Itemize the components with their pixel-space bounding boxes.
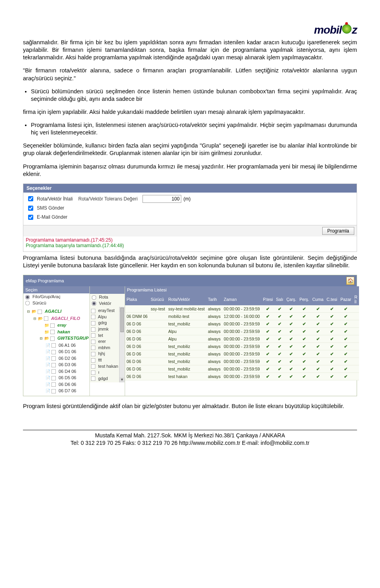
check-icon (266, 306, 270, 311)
email-checkbox[interactable] (28, 215, 33, 220)
list-item[interactable]: jmmk (90, 326, 119, 333)
scroll-thumb[interactable] (120, 308, 124, 332)
list-item[interactable]: mbhm (90, 345, 119, 351)
check-icon (278, 306, 281, 311)
tree-node[interactable]: hakan (39, 329, 89, 335)
rota-ihlali-label: Rota/Vektör İhlali (37, 196, 73, 202)
scrollbar[interactable]: ▲ ▼ (119, 307, 125, 382)
check-icon (266, 374, 270, 379)
list-item[interactable]: tet (90, 333, 119, 339)
check-icon (344, 367, 348, 371)
radio-surucu[interactable]: Sürücü (25, 301, 88, 306)
paragraph-2: Seçenekler bölümünde, kullanıcı birden f… (23, 142, 357, 157)
check-icon (302, 306, 306, 311)
emap-title: eMap Programlama (26, 278, 64, 283)
check-icon (330, 374, 334, 379)
list-item[interactable]: gdrg (90, 320, 119, 326)
check-icon (330, 321, 334, 326)
check-icon (289, 367, 293, 371)
check-icon (289, 337, 293, 341)
table-row[interactable]: 06 DNM 06mobiliz-testalways12:00:00 - 16… (125, 313, 359, 320)
list-item[interactable]: gdgd (90, 376, 119, 382)
table-row[interactable]: 06 D 06test_mobilizalways00:00:00 - 23:5… (125, 365, 359, 373)
check-icon (316, 344, 320, 349)
sms-label: SMS Gönder (37, 205, 64, 211)
check-icon (278, 367, 281, 371)
tree-node[interactable]: eray (39, 322, 89, 329)
radio-filo[interactable]: Filo/Grup/Araç (25, 294, 88, 300)
table-row[interactable]: 06 D 06test_mobilizalways00:00:00 - 23:5… (125, 350, 359, 358)
list-item[interactable]: ı (90, 369, 119, 376)
logo-area: mobil z (23, 24, 357, 36)
tree-node[interactable]: ⊟ AGACLI (27, 308, 89, 315)
bullet-1-cont: firma için işlem yapılabilir. Aksi halde… (23, 108, 357, 116)
column-header: Plaka (125, 293, 149, 305)
check-icon (302, 374, 306, 379)
home-icon[interactable]: 🏠 (346, 277, 354, 285)
check-icon (302, 314, 306, 319)
check-icon (316, 352, 320, 356)
tree-file[interactable]: 06 D1 06 (46, 348, 89, 355)
check-icon (316, 337, 320, 341)
table-row[interactable]: 06 D 06test hakanalways00:00:00 - 23:59:… (125, 373, 359, 380)
list-item[interactable]: hjhj (90, 351, 119, 357)
table-row[interactable]: 06 D 06Alpualways00:00:00 - 23:59:59 (125, 335, 359, 343)
list-item[interactable]: test hakan (90, 363, 119, 370)
check-icon (330, 306, 334, 311)
check-icon (289, 306, 293, 311)
check-icon (330, 344, 334, 349)
tolerans-label: Rota/Vektör Tolerans Değeri (78, 196, 138, 202)
column-header: Rota/Vektör (167, 293, 206, 305)
tree-node[interactable]: ⊟ GWTESTGRUP (39, 335, 89, 342)
sms-checkbox[interactable] (28, 206, 33, 211)
table-row[interactable]: ssy-testssy-test mobiliz-testalways00:00… (125, 305, 359, 313)
column-header: Salı (274, 293, 285, 305)
bullet-list: Sürücü bölümünden sürücü seçilmeden önce… (23, 88, 357, 103)
check-icon (344, 337, 348, 341)
tree-file[interactable]: 06 A1 06 (46, 342, 89, 349)
check-icon (316, 306, 320, 311)
rota-ihlali-checkbox[interactable] (28, 196, 33, 201)
tree-file[interactable]: 06 D4 06 (46, 368, 89, 375)
list-item[interactable]: erer (90, 338, 119, 345)
tree-file[interactable]: 06 D3 06 (46, 361, 89, 368)
table-row[interactable]: 06 D 06test_mobilizalways00:00:00 - 23:5… (125, 320, 359, 328)
list-item[interactable]: ttt (90, 357, 119, 363)
list-item[interactable]: Alpu (90, 314, 119, 320)
column-header: Perş. (298, 293, 311, 305)
bullet-2: Programlama listesi için, listelenmesi i… (31, 121, 357, 136)
column-header: P.tesi (261, 293, 274, 305)
check-icon (278, 359, 281, 364)
tree-node[interactable]: ⊟ AGACLI_FILO (33, 315, 89, 322)
radio-rota[interactable]: Rota (91, 295, 123, 300)
footer-rule (23, 430, 357, 430)
tree-file[interactable]: 06 D5 06 (46, 374, 89, 381)
check-icon (289, 344, 293, 349)
table-row[interactable]: 06 D 06test_mobilizalways00:00:00 - 23:5… (125, 343, 359, 350)
tree-view[interactable]: ⊟ AGACLI⊟ AGACLI_FILO eray hakan⊟ GWTEST… (23, 306, 89, 396)
paragraph-3: Programlama işleminin başarısız olması d… (23, 163, 357, 178)
check-icon (266, 329, 270, 334)
tree-file[interactable]: 06 D6 06 (46, 381, 89, 388)
vektor-list[interactable]: erayTest Alpu gdrg jmmk tet erer mbhm hj… (90, 307, 119, 382)
programla-button[interactable]: Programla (322, 227, 354, 235)
check-icon (278, 314, 281, 319)
table-row[interactable]: 06 D 06Alpualways00:00:00 - 23:59:59 (125, 328, 359, 335)
check-icon (344, 306, 348, 311)
check-icon (302, 352, 306, 356)
table-row[interactable]: 06 D 06test_mobilizalways00:00:00 - 23:5… (125, 358, 359, 365)
tree-file[interactable]: 06 D7 06 (46, 388, 89, 394)
scroll-down-icon[interactable]: ▼ (120, 377, 125, 382)
radio-vektor[interactable]: Vektör (91, 301, 123, 306)
programming-table: PlakaSürücüRota/VektörTarihZamanP.tesiSa… (125, 293, 359, 380)
check-icon (302, 337, 306, 341)
tolerans-input[interactable] (142, 195, 181, 203)
check-icon (289, 359, 293, 364)
check-icon (289, 314, 293, 319)
tree-file[interactable]: 06 D2 06 (46, 355, 89, 362)
prog-list-header: Programlama Listesi (125, 286, 359, 293)
list-item[interactable]: erayTest (90, 308, 119, 314)
check-icon (266, 352, 270, 356)
check-icon (344, 352, 348, 356)
check-icon (266, 344, 270, 349)
